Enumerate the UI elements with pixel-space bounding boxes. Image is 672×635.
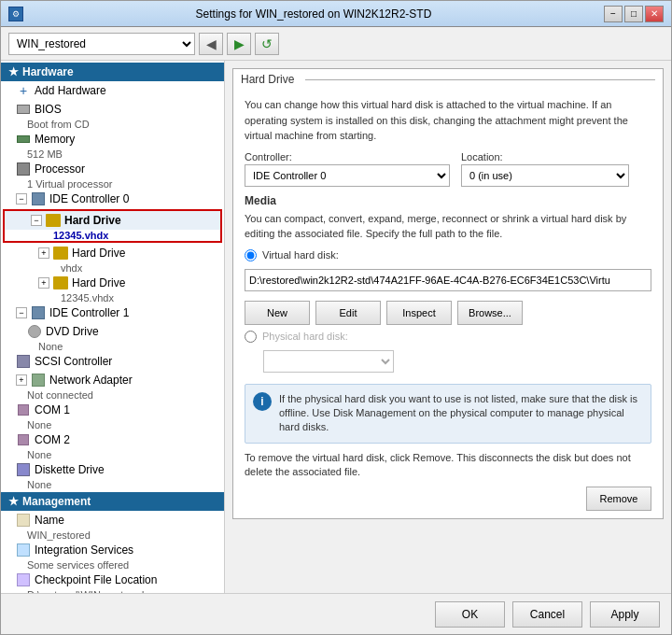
com2-icon — [16, 432, 31, 447]
com1-icon — [16, 402, 31, 417]
remove-button[interactable]: Remove — [586, 487, 651, 511]
forward-button[interactable]: ▶ — [227, 33, 251, 55]
sidebar-network-label: Network Adapter — [49, 374, 133, 387]
remove-button-row: Remove — [245, 487, 651, 511]
main-content: ★ Hardware + Add Hardware BIOS Boot from… — [1, 61, 671, 593]
sidebar-item-memory-group: Memory 512 MB — [1, 130, 224, 160]
sidebar-processor-sub: 1 Virtual processor — [1, 178, 224, 190]
sidebar-checkpoint-label: Checkpoint File Location — [35, 573, 157, 586]
physical-hd-radio[interactable] — [245, 331, 257, 343]
sidebar-item-integration[interactable]: Integration Services — [1, 541, 224, 559]
sidebar-hard-drive-3-label: Hard Drive — [72, 276, 125, 289]
ide0-icon — [31, 191, 46, 206]
sidebar-ide0-label: IDE Controller 0 — [49, 192, 129, 205]
sidebar-item-bios[interactable]: BIOS — [1, 100, 224, 119]
virtual-hd-radio[interactable] — [245, 249, 257, 261]
sidebar-item-hard-drive-main-group: − Hard Drive 12345.vhdx — [3, 209, 222, 243]
sidebar-ide1-label: IDE Controller 1 — [49, 306, 129, 319]
sidebar-bios-sub: Boot from CD — [1, 119, 224, 130]
new-button[interactable]: New — [245, 301, 310, 325]
physical-hd-label: Physical hard disk: — [262, 331, 348, 342]
description-text: You can change how this virtual hard dis… — [245, 97, 651, 144]
info-message: If the physical hard disk you want to us… — [279, 392, 643, 435]
hard-drive-section: Hard Drive You can change how this virtu… — [232, 68, 664, 519]
sidebar-item-diskette-group: Diskette Drive None — [1, 460, 224, 490]
bottom-bar: OK Cancel Apply — [1, 593, 671, 634]
physical-hd-select[interactable] — [263, 350, 394, 373]
sidebar-item-hard-drive-3-group: + Hard Drive 12345.vhdx — [1, 274, 224, 303]
sidebar-item-memory[interactable]: Memory — [1, 130, 224, 148]
sidebar-item-bios-group: BIOS Boot from CD — [1, 100, 224, 130]
sidebar-item-ide0[interactable]: − IDE Controller 0 — [1, 190, 224, 208]
minimize-button[interactable]: − — [604, 6, 623, 22]
refresh-icon: ↺ — [261, 36, 273, 51]
sidebar-processor-label: Processor — [35, 162, 85, 176]
sidebar-integration-label: Integration Services — [35, 543, 133, 557]
sidebar-item-checkpoint[interactable]: Checkpoint File Location — [1, 571, 224, 589]
remove-description: To remove the virtual hard disk, click R… — [245, 451, 651, 480]
browse-button[interactable]: Browse... — [457, 301, 523, 325]
sidebar-integration-sub: Some services offered — [1, 559, 224, 571]
sidebar-item-hard-drive-2-group: + Hard Drive vhdx — [1, 244, 224, 274]
dvd-icon — [27, 324, 42, 339]
ide0-expand-icon[interactable]: − — [16, 193, 27, 205]
management-header-label: Management — [22, 495, 91, 508]
hard-drive-2-icon — [53, 246, 68, 261]
apply-button[interactable]: Apply — [590, 601, 660, 628]
sidebar-item-diskette[interactable]: Diskette Drive — [1, 460, 224, 479]
sidebar-item-network-group: + Network Adapter Not connected — [1, 371, 224, 401]
hard-drive-3-icon — [53, 275, 68, 290]
sidebar-item-com2-group: COM 2 None — [1, 430, 224, 460]
maximize-button[interactable]: □ — [624, 6, 643, 22]
ide1-expand-icon[interactable]: − — [16, 307, 27, 318]
sidebar-item-add-hardware[interactable]: + Add Hardware — [1, 81, 224, 100]
close-button[interactable]: ✕ — [645, 6, 664, 22]
hard-drive-main-expand-icon[interactable]: − — [31, 215, 42, 226]
back-button[interactable]: ◀ — [199, 33, 223, 55]
hard-drive-section-content: You can change how this virtual hard dis… — [233, 90, 663, 518]
sidebar-name-label: Name — [35, 514, 64, 527]
network-expand-icon[interactable]: + — [16, 374, 27, 386]
vm-select[interactable]: WIN_restored — [8, 33, 195, 55]
sidebar-item-hard-drive-2[interactable]: + Hard Drive — [1, 244, 224, 262]
inspect-button[interactable]: Inspect — [386, 301, 452, 325]
sidebar-hard-drive-main-sub: 12345.vhdx — [5, 230, 220, 241]
sidebar-item-checkpoint-group: Checkpoint File Location D:\restored\WIN… — [1, 571, 224, 593]
controller-select[interactable]: IDE Controller 0 — [245, 164, 450, 187]
sidebar-network-sub: Not connected — [1, 389, 224, 401]
cancel-button[interactable]: Cancel — [512, 601, 582, 628]
media-section: Media You can compact, convert, expand, … — [245, 194, 651, 444]
edit-button[interactable]: Edit — [315, 301, 381, 325]
controller-location-row: Controller: IDE Controller 0 Location: 0… — [245, 151, 651, 187]
sidebar-item-com2[interactable]: COM 2 — [1, 430, 224, 449]
location-select[interactable]: 0 (in use) — [461, 164, 629, 187]
hard-drive-2-expand-icon[interactable]: + — [38, 247, 49, 259]
sidebar-item-name[interactable]: Name — [1, 511, 224, 529]
sidebar-item-processor[interactable]: Processor — [1, 160, 224, 178]
sidebar-item-dvd-group: DVD Drive None — [1, 322, 224, 352]
management-section-header: ★ Management — [1, 492, 224, 511]
virtual-hd-path-input[interactable]: D:\restored\win2k12R2-std\474A21FF-96AE-… — [245, 269, 651, 291]
hard-drive-3-expand-icon[interactable]: + — [38, 277, 49, 289]
sidebar-dvd-label: DVD Drive — [46, 325, 99, 338]
sidebar-item-com1-group: COM 1 None — [1, 401, 224, 430]
window-title: Settings for WIN_restored on WIN2K12R2-S… — [23, 7, 604, 21]
sidebar-item-network[interactable]: + Network Adapter — [1, 371, 224, 389]
checkpoint-icon — [16, 572, 31, 587]
sidebar-item-dvd[interactable]: DVD Drive — [1, 322, 224, 341]
sidebar-item-hard-drive-main[interactable]: − Hard Drive — [5, 211, 220, 230]
sidebar-item-com1[interactable]: COM 1 — [1, 401, 224, 419]
sidebar-item-hard-drive-3[interactable]: + Hard Drive — [1, 274, 224, 292]
refresh-button[interactable]: ↺ — [255, 33, 279, 55]
window-controls: − □ ✕ — [604, 6, 664, 22]
sidebar-memory-sub: 512 MB — [1, 148, 224, 160]
sidebar-hard-drive-2-label: Hard Drive — [72, 247, 125, 260]
sidebar-com1-label: COM 1 — [35, 403, 70, 416]
sidebar-item-ide1[interactable]: − IDE Controller 1 — [1, 303, 224, 322]
diskette-icon — [16, 462, 31, 477]
titlebar: ⚙ Settings for WIN_restored on WIN2K12R2… — [1, 1, 671, 27]
sidebar-dvd-sub: None — [1, 341, 224, 352]
ok-button[interactable]: OK — [435, 601, 505, 628]
sidebar-hard-drive-2-sub: vhdx — [1, 262, 224, 274]
sidebar-item-scsi[interactable]: SCSI Controller — [1, 352, 224, 371]
